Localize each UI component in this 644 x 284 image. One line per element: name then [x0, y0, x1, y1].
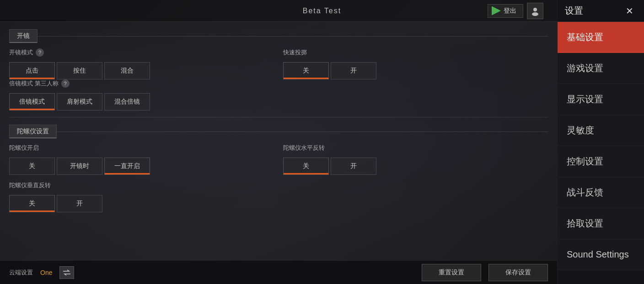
- gyro-v-btns: 关 开: [9, 195, 548, 212]
- sidebar-item-pickup[interactable]: 拾取设置: [558, 208, 644, 239]
- gyro-on-label-row: 陀螺仪开启: [9, 144, 274, 152]
- app-title: Beta Test: [303, 7, 341, 15]
- sidebar-item-basic-label: 基础设置: [567, 31, 603, 43]
- sidebar-item-sensitivity-label: 灵敏度: [567, 124, 594, 137]
- svg-point-0: [533, 8, 537, 11]
- gyro-h-btn-1[interactable]: 开: [331, 158, 376, 175]
- sidebar-item-combat-label: 战斗反馈: [567, 186, 603, 199]
- scope-tab: 开镜: [9, 29, 38, 43]
- gyro-tab-label: 陀螺仪设置: [17, 127, 49, 135]
- section-divider-1: [9, 117, 548, 117]
- gyro-h-btn-1-label: 开: [350, 162, 357, 170]
- swap-icon: [63, 269, 71, 276]
- avatar-icon: [530, 6, 540, 16]
- scope-mode-label-row: 开镜模式 ?: [9, 48, 274, 57]
- sidebar-item-basic[interactable]: 基础设置: [558, 22, 644, 53]
- gyro-on-btn-2[interactable]: 一直开启: [104, 158, 150, 175]
- gyro-h-group: 陀螺仪水平反转 关 开: [283, 144, 548, 175]
- sidebar-header: 设置 ✕: [558, 0, 644, 22]
- sidebar-item-combat[interactable]: 战斗反馈: [558, 177, 644, 208]
- quick-throw-group: 快速投掷 关 开: [283, 48, 548, 79]
- scope-mode-btn-0-label: 点击: [26, 67, 38, 75]
- gyro-h-label-row: 陀螺仪水平反转: [283, 144, 548, 152]
- sidebar-item-display[interactable]: 显示设置: [558, 84, 644, 115]
- scope-third-btn-1-label: 肩射模式: [67, 98, 92, 106]
- save-button[interactable]: 保存设置: [488, 264, 548, 281]
- quick-throw-btn-0-label: 关: [303, 67, 309, 75]
- sidebar-item-display-label: 显示设置: [567, 93, 603, 105]
- gyro-on-btn-1[interactable]: 开镜时: [57, 158, 102, 175]
- top-bar: Beta Test 登出: [0, 0, 644, 22]
- gyro-v-btn-1-label: 开: [76, 200, 83, 208]
- quick-throw-btn-0[interactable]: 关: [283, 62, 329, 79]
- sidebar-item-sound-label: Sound Settings: [567, 249, 629, 260]
- gyro-on-btn-1-label: 开镜时: [70, 162, 89, 170]
- main-content: 开镜 开镜模式 ? 点击 按住 混合 快速投: [0, 22, 557, 284]
- gyro-tab: 陀螺仪设置: [9, 125, 57, 138]
- scope-mode-btn-1[interactable]: 按住: [57, 62, 102, 79]
- gyro-h-btn-0-label: 关: [303, 162, 309, 170]
- gyro-on-label: 陀螺仪开启: [9, 144, 39, 152]
- gyro-h-btns: 关 开: [283, 158, 548, 175]
- gyro-v-label-row: 陀螺仪垂直反转: [9, 181, 548, 189]
- scope-mode-help[interactable]: ?: [36, 48, 44, 57]
- scope-section-header: 开镜: [9, 29, 548, 43]
- cloud-label: 云端设置: [9, 268, 33, 277]
- scope-section-line: [38, 36, 548, 37]
- avatar-button[interactable]: [527, 3, 543, 19]
- gyro-on-btns: 关 开镜时 一直开启: [9, 158, 274, 175]
- scope-third-btn-2[interactable]: 混合倍镜: [104, 93, 150, 110]
- save-label: 保存设置: [505, 268, 531, 277]
- login-label: 登出: [504, 7, 516, 15]
- scope-third-btn-0-label: 倍镜模式: [19, 98, 45, 106]
- gyro-v-label: 陀螺仪垂直反转: [9, 181, 51, 189]
- gyro-section-line: [57, 131, 548, 132]
- sidebar-item-sound[interactable]: Sound Settings: [558, 239, 644, 270]
- gyro-v-btn-1[interactable]: 开: [57, 195, 102, 212]
- gyro-h-btn-0[interactable]: 关: [283, 158, 329, 175]
- gyro-h-label: 陀螺仪水平反转: [283, 144, 325, 152]
- login-button[interactable]: 登出: [488, 4, 523, 18]
- scope-third-btn-2-label: 混合倍镜: [114, 98, 140, 106]
- quick-throw-label-row: 快速投掷: [283, 48, 548, 57]
- scope-third-btn-1[interactable]: 肩射模式: [57, 93, 102, 110]
- sidebar-item-control[interactable]: 控制设置: [558, 146, 644, 177]
- reset-button[interactable]: 重置设置: [422, 264, 481, 281]
- scope-tab-label: 开镜: [17, 32, 30, 39]
- reset-label: 重置设置: [439, 268, 464, 277]
- sidebar-title: 设置: [565, 5, 583, 17]
- quick-throw-btns: 关 开: [283, 62, 548, 79]
- scope-mode-label: 开镜模式: [9, 48, 33, 57]
- scope-mode-btn-1-label: 按住: [73, 67, 86, 75]
- sidebar-item-game[interactable]: 游戏设置: [558, 53, 644, 84]
- gyro-on-btn-0-label: 关: [29, 162, 35, 170]
- scope-mode-btns: 点击 按住 混合: [9, 62, 274, 79]
- quick-throw-btn-1[interactable]: 开: [331, 62, 376, 79]
- sidebar-item-sensitivity[interactable]: 灵敏度: [558, 115, 644, 146]
- gyro-v-btn-0[interactable]: 关: [9, 195, 55, 212]
- gyro-section-header: 陀螺仪设置: [9, 125, 548, 138]
- scope-mode-btn-0[interactable]: 点击: [9, 62, 55, 79]
- scope-mode-btn-2[interactable]: 混合: [104, 62, 150, 79]
- gyro-v-btn-0-label: 关: [29, 200, 35, 208]
- scope-third-help[interactable]: ?: [61, 79, 70, 88]
- gyro-on-group: 陀螺仪开启 关 开镜时 一直开启: [9, 144, 274, 175]
- bottom-bar: 云端设置 One 重置设置 保存设置: [0, 260, 557, 284]
- gyro-row-1: 陀螺仪开启 关 开镜时 一直开启 陀螺仪水平反转 关: [9, 144, 548, 175]
- gyro-on-btn-0[interactable]: 关: [9, 158, 55, 175]
- close-button[interactable]: ✕: [622, 4, 637, 18]
- scope-third-label-row: 倍镜模式 第三人称 ?: [9, 79, 548, 88]
- quick-throw-label: 快速投掷: [283, 48, 307, 57]
- gyro-v-group: 陀螺仪垂直反转 关 开: [9, 181, 548, 212]
- scope-third-btns: 倍镜模式 肩射模式 混合倍镜: [9, 93, 548, 110]
- swap-button[interactable]: [59, 266, 74, 279]
- scope-third-btn-0[interactable]: 倍镜模式: [9, 93, 55, 110]
- scope-row-1: 开镜模式 ? 点击 按住 混合 快速投掷 关: [9, 48, 548, 79]
- play-icon: [492, 6, 501, 16]
- sidebar: 设置 ✕ 基础设置 游戏设置 显示设置 灵敏度 控制设置 战斗反馈 拾取设置 S…: [557, 0, 644, 284]
- quick-throw-btn-1-label: 开: [350, 67, 357, 75]
- scope-third-label: 倍镜模式 第三人称: [9, 79, 59, 88]
- scope-mode-group: 开镜模式 ? 点击 按住 混合: [9, 48, 274, 79]
- sidebar-item-pickup-label: 拾取设置: [567, 217, 603, 230]
- gyro-on-btn-2-label: 一直开启: [114, 162, 140, 170]
